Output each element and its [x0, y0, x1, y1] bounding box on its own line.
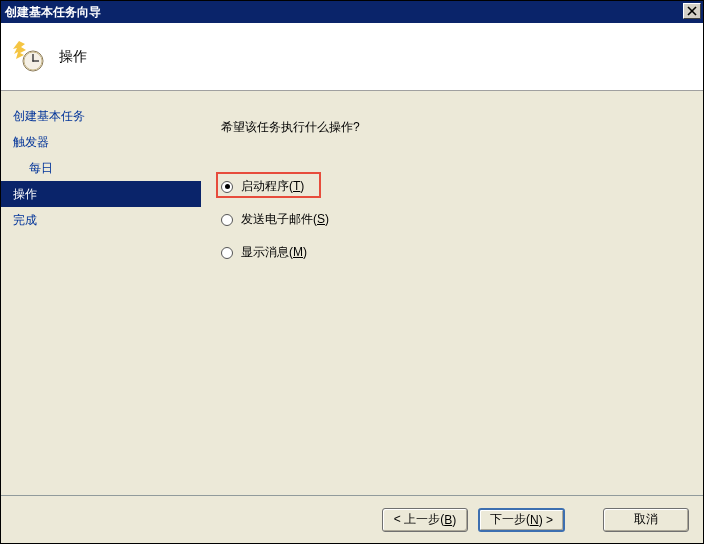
wizard-main: 希望该任务执行什么操作? 启动程序(T)发送电子邮件(S)显示消息(M) [201, 91, 703, 495]
radio-label-1[interactable]: 发送电子邮件(S) [241, 211, 329, 228]
titlebar: 创建基本任务向导 [1, 1, 703, 23]
radio-row-0: 启动程序(T) [221, 178, 703, 195]
back-button[interactable]: < 上一步(B) [382, 508, 468, 532]
action-prompt: 希望该任务执行什么操作? [221, 119, 703, 136]
wizard-footer: < 上一步(B) 下一步(N) > 取消 [1, 495, 703, 543]
radio-button-2[interactable] [221, 247, 233, 259]
radio-button-0[interactable] [221, 181, 233, 193]
radio-button-1[interactable] [221, 214, 233, 226]
radio-label-0[interactable]: 启动程序(T) [241, 178, 304, 195]
sidebar-item-4[interactable]: 完成 [1, 207, 201, 233]
sidebar-item-0[interactable]: 创建基本任务 [1, 103, 201, 129]
wizard-sidebar: 创建基本任务触发器每日操作完成 [1, 91, 201, 495]
svg-point-7 [32, 60, 34, 62]
window-title: 创建基本任务向导 [5, 4, 101, 21]
wizard-content: 创建基本任务触发器每日操作完成 希望该任务执行什么操作? 启动程序(T)发送电子… [1, 91, 703, 495]
radio-dot-icon [225, 184, 230, 189]
radio-label-2[interactable]: 显示消息(M) [241, 244, 307, 261]
action-radio-group: 启动程序(T)发送电子邮件(S)显示消息(M) [221, 178, 703, 261]
wizard-header: 操作 [1, 23, 703, 91]
next-button[interactable]: 下一步(N) > [478, 508, 565, 532]
sidebar-item-2[interactable]: 每日 [1, 155, 201, 181]
clock-icon [13, 41, 45, 73]
close-button[interactable] [683, 3, 701, 19]
header-title: 操作 [59, 48, 87, 66]
radio-row-2: 显示消息(M) [221, 244, 703, 261]
sidebar-item-1[interactable]: 触发器 [1, 129, 201, 155]
close-icon [687, 6, 697, 16]
cancel-button[interactable]: 取消 [603, 508, 689, 532]
sidebar-item-3[interactable]: 操作 [1, 181, 201, 207]
radio-row-1: 发送电子邮件(S) [221, 211, 703, 228]
wizard-window: 创建基本任务向导 操作 创建基本任务触发器每日操作完成 希望该任务执行什么操作? [0, 0, 704, 544]
